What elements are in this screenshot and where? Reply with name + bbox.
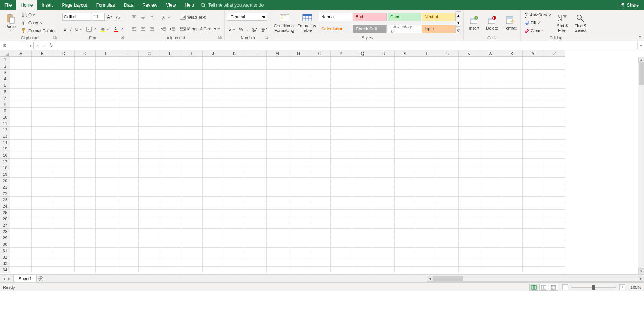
- cell-A6[interactable]: [10, 89, 32, 95]
- cell-U21[interactable]: [437, 184, 459, 190]
- cell-G15[interactable]: [139, 146, 160, 152]
- column-header-E[interactable]: E: [96, 50, 117, 57]
- cell-Z25[interactable]: [544, 210, 565, 216]
- cell-A9[interactable]: [10, 108, 32, 114]
- cell-T27[interactable]: [416, 222, 437, 229]
- cell-M13[interactable]: [267, 133, 288, 140]
- cell-Z4[interactable]: [544, 76, 565, 82]
- cell-D14[interactable]: [75, 140, 96, 146]
- scroll-right-button[interactable]: ▶: [638, 276, 644, 281]
- cell-W9[interactable]: [480, 108, 501, 114]
- cell-Q12[interactable]: [352, 127, 373, 133]
- cell-A32[interactable]: [10, 254, 32, 260]
- cell-X34[interactable]: [501, 267, 523, 273]
- cell-J8[interactable]: [203, 101, 224, 108]
- cell-U24[interactable]: [437, 203, 459, 210]
- cell-O34[interactable]: [309, 267, 331, 273]
- cell-Q19[interactable]: [352, 171, 373, 178]
- cell-style-bad[interactable]: Bad: [353, 13, 387, 21]
- cell-T26[interactable]: [416, 216, 437, 222]
- cell-G12[interactable]: [139, 127, 160, 133]
- cell-W21[interactable]: [480, 184, 501, 190]
- cell-J7[interactable]: [203, 95, 224, 101]
- cell-P25[interactable]: [331, 210, 352, 216]
- cell-F29[interactable]: [117, 235, 139, 241]
- scroll-left-button[interactable]: ◀: [427, 276, 433, 281]
- cell-N2[interactable]: [288, 63, 309, 70]
- cell-C33[interactable]: [53, 260, 75, 267]
- cell-V8[interactable]: [459, 101, 480, 108]
- sort-filter-button[interactable]: AZ Sort & Filter: [554, 11, 571, 34]
- tab-home[interactable]: Home: [16, 0, 37, 10]
- cell-Y13[interactable]: [523, 133, 544, 140]
- cell-Y5[interactable]: [523, 82, 544, 89]
- cell-G14[interactable]: [139, 140, 160, 146]
- cell-E4[interactable]: [96, 76, 117, 82]
- cell-M20[interactable]: [267, 178, 288, 184]
- cell-B11[interactable]: [32, 120, 53, 127]
- cell-U8[interactable]: [437, 101, 459, 108]
- cell-V9[interactable]: [459, 108, 480, 114]
- cell-Q24[interactable]: [352, 203, 373, 210]
- cell-O23[interactable]: [309, 197, 331, 203]
- cell-F32[interactable]: [117, 254, 139, 260]
- normal-view-button[interactable]: [529, 284, 538, 291]
- cell-Q34[interactable]: [352, 267, 373, 273]
- cell-H8[interactable]: [160, 101, 181, 108]
- zoom-out-button[interactable]: −: [562, 284, 568, 290]
- cell-S9[interactable]: [395, 108, 416, 114]
- decrease-font-button[interactable]: A▾: [115, 13, 123, 21]
- cell-N16[interactable]: [288, 152, 309, 159]
- cell-E26[interactable]: [96, 216, 117, 222]
- cell-Y20[interactable]: [523, 178, 544, 184]
- cell-style-check-cell[interactable]: Check Cell: [353, 25, 387, 33]
- cell-R11[interactable]: [373, 120, 395, 127]
- row-header-8[interactable]: 8: [0, 101, 10, 108]
- cell-Z10[interactable]: [544, 114, 565, 120]
- cell-S3[interactable]: [395, 70, 416, 76]
- cell-Q27[interactable]: [352, 222, 373, 229]
- cell-style-input[interactable]: Input: [422, 25, 456, 33]
- cell-S8[interactable]: [395, 101, 416, 108]
- cell-P23[interactable]: [331, 197, 352, 203]
- cell-P20[interactable]: [331, 178, 352, 184]
- cell-R23[interactable]: [373, 197, 395, 203]
- cell-V18[interactable]: [459, 165, 480, 171]
- row-header-15[interactable]: 15: [0, 146, 10, 152]
- cell-I25[interactable]: [181, 210, 203, 216]
- cell-Q25[interactable]: [352, 210, 373, 216]
- cell-D34[interactable]: [75, 267, 96, 273]
- cell-I26[interactable]: [181, 216, 203, 222]
- cell-K20[interactable]: [224, 178, 245, 184]
- cell-F25[interactable]: [117, 210, 139, 216]
- cell-I18[interactable]: [181, 165, 203, 171]
- cell-B25[interactable]: [32, 210, 53, 216]
- cell-U27[interactable]: [437, 222, 459, 229]
- cell-W1[interactable]: [480, 57, 501, 63]
- cell-H3[interactable]: [160, 70, 181, 76]
- cell-I13[interactable]: [181, 133, 203, 140]
- cell-X28[interactable]: [501, 229, 523, 235]
- cell-R14[interactable]: [373, 140, 395, 146]
- cell-N32[interactable]: [288, 254, 309, 260]
- cell-U5[interactable]: [437, 82, 459, 89]
- cell-G11[interactable]: [139, 120, 160, 127]
- cell-O4[interactable]: [309, 76, 331, 82]
- cell-M27[interactable]: [267, 222, 288, 229]
- cell-T6[interactable]: [416, 89, 437, 95]
- cell-H25[interactable]: [160, 210, 181, 216]
- cell-U11[interactable]: [437, 120, 459, 127]
- increase-font-button[interactable]: A▴: [106, 13, 114, 21]
- cell-X13[interactable]: [501, 133, 523, 140]
- page-layout-view-button[interactable]: [539, 284, 548, 291]
- cell-R13[interactable]: [373, 133, 395, 140]
- cell-S19[interactable]: [395, 171, 416, 178]
- cell-F6[interactable]: [117, 89, 139, 95]
- column-header-C[interactable]: C: [53, 50, 75, 57]
- cell-T19[interactable]: [416, 171, 437, 178]
- cell-G31[interactable]: [139, 248, 160, 254]
- cell-Q23[interactable]: [352, 197, 373, 203]
- cell-K7[interactable]: [224, 95, 245, 101]
- cell-V30[interactable]: [459, 241, 480, 248]
- cell-X3[interactable]: [501, 70, 523, 76]
